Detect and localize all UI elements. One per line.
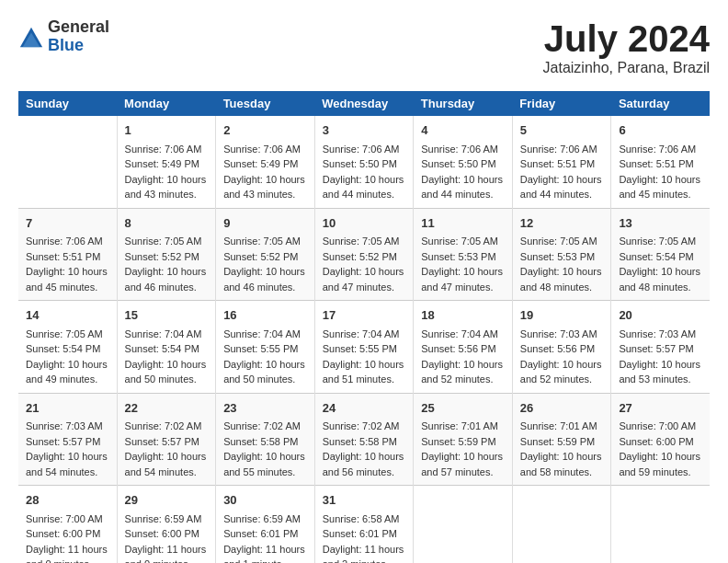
day-info: Sunrise: 7:06 AM: [223, 142, 307, 157]
day-info: Sunrise: 7:01 AM: [520, 419, 604, 434]
day-number: 23: [223, 399, 307, 418]
calendar-cell: 26Sunrise: 7:01 AMSunset: 5:59 PMDayligh…: [512, 393, 611, 486]
day-number: 18: [421, 306, 505, 325]
day-info: Daylight: 10 hours: [223, 357, 307, 373]
day-info: Sunset: 5:58 PM: [323, 434, 406, 450]
day-info: Daylight: 11 hours: [223, 542, 307, 557]
day-info: Daylight: 10 hours: [520, 172, 604, 188]
day-info: Sunrise: 7:06 AM: [26, 234, 109, 249]
day-info: and 44 minutes.: [323, 187, 406, 202]
day-info: and 1 minute.: [223, 557, 307, 563]
day-info: Sunset: 5:56 PM: [520, 341, 604, 357]
day-info: Daylight: 10 hours: [619, 264, 702, 280]
day-info: Sunrise: 7:02 AM: [223, 419, 307, 434]
day-info: Sunrise: 6:59 AM: [223, 511, 307, 527]
day-info: Sunrise: 6:58 AM: [323, 511, 406, 527]
calendar-header-row: SundayMondayTuesdayWednesdayThursdayFrid…: [18, 91, 710, 116]
calendar-cell: 22Sunrise: 7:02 AMSunset: 5:57 PMDayligh…: [117, 393, 216, 486]
calendar-cell: 31Sunrise: 6:58 AMSunset: 6:01 PMDayligh…: [314, 486, 414, 564]
day-info: and 58 minutes.: [520, 465, 604, 480]
day-info: Sunrise: 7:00 AM: [26, 511, 109, 527]
day-info: Sunset: 6:00 PM: [125, 526, 209, 542]
day-info: Sunset: 5:51 PM: [619, 156, 702, 172]
day-info: and 57 minutes.: [421, 465, 505, 480]
day-info: Daylight: 10 hours: [520, 449, 604, 465]
calendar-cell: [512, 486, 611, 564]
day-info: and 56 minutes.: [323, 465, 406, 480]
day-info: Daylight: 10 hours: [125, 357, 209, 373]
day-info: Daylight: 10 hours: [520, 264, 604, 280]
day-number: 4: [421, 121, 505, 140]
day-info: Sunrise: 7:05 AM: [619, 234, 702, 249]
day-info: Daylight: 10 hours: [323, 172, 406, 188]
day-info: Sunset: 5:49 PM: [223, 156, 307, 172]
day-info: Sunrise: 7:06 AM: [619, 142, 702, 157]
calendar-cell: 2Sunrise: 7:06 AMSunset: 5:49 PMDaylight…: [216, 116, 315, 208]
page-header: General Blue July 2024 Jataizinho, Paran…: [18, 18, 710, 76]
day-number: 3: [323, 121, 406, 140]
calendar-cell: 16Sunrise: 7:04 AMSunset: 5:55 PMDayligh…: [216, 301, 315, 394]
calendar-cell: 1Sunrise: 7:06 AMSunset: 5:49 PMDaylight…: [117, 116, 216, 208]
day-info: Daylight: 10 hours: [421, 172, 505, 188]
calendar-cell: 3Sunrise: 7:06 AMSunset: 5:50 PMDaylight…: [314, 116, 414, 208]
day-info: Sunset: 5:51 PM: [26, 249, 109, 265]
day-info: Daylight: 10 hours: [26, 449, 109, 465]
day-info: Sunset: 6:01 PM: [223, 526, 307, 542]
day-number: 7: [26, 214, 109, 233]
calendar-cell: 14Sunrise: 7:05 AMSunset: 5:54 PMDayligh…: [18, 301, 117, 394]
day-info: Daylight: 10 hours: [421, 449, 505, 465]
day-info: Daylight: 10 hours: [125, 449, 209, 465]
day-info: Sunrise: 6:59 AM: [125, 511, 209, 527]
day-info: Sunrise: 7:02 AM: [125, 419, 209, 434]
day-info: Sunrise: 7:00 AM: [619, 419, 702, 434]
day-info: Sunrise: 7:05 AM: [520, 234, 604, 249]
day-info: Sunrise: 7:05 AM: [125, 234, 209, 249]
day-info: and 52 minutes.: [520, 372, 604, 387]
day-number: 22: [125, 399, 209, 418]
calendar-week-row: 28Sunrise: 7:00 AMSunset: 6:00 PMDayligh…: [18, 486, 710, 564]
calendar-week-row: 7Sunrise: 7:06 AMSunset: 5:51 PMDaylight…: [18, 208, 710, 301]
day-number: 26: [520, 399, 604, 418]
day-number: 20: [619, 306, 702, 325]
day-info: and 55 minutes.: [223, 465, 307, 480]
day-number: 16: [223, 306, 307, 325]
logo-general: General: [48, 18, 109, 37]
calendar-week-row: 21Sunrise: 7:03 AMSunset: 5:57 PMDayligh…: [18, 393, 710, 486]
day-info: Sunrise: 7:06 AM: [520, 142, 604, 157]
day-info: and 52 minutes.: [421, 372, 505, 387]
day-info: and 54 minutes.: [26, 465, 109, 480]
calendar-cell: 30Sunrise: 6:59 AMSunset: 6:01 PMDayligh…: [216, 486, 315, 564]
day-info: Sunset: 5:55 PM: [223, 341, 307, 357]
day-info: and 45 minutes.: [26, 280, 109, 295]
day-info: Sunset: 5:54 PM: [125, 341, 209, 357]
day-info: and 48 minutes.: [619, 280, 702, 295]
day-info: Daylight: 10 hours: [323, 357, 406, 373]
day-info: Sunset: 5:50 PM: [323, 156, 406, 172]
day-info: Sunrise: 7:04 AM: [323, 327, 406, 342]
day-info: Daylight: 10 hours: [619, 357, 702, 373]
calendar-cell: 5Sunrise: 7:06 AMSunset: 5:51 PMDaylight…: [512, 116, 611, 208]
location-subtitle: Jataizinho, Parana, Brazil: [543, 60, 710, 76]
day-number: 10: [323, 214, 406, 233]
calendar-cell: 11Sunrise: 7:05 AMSunset: 5:53 PMDayligh…: [414, 208, 513, 301]
day-number: 11: [421, 214, 505, 233]
day-info: and 44 minutes.: [520, 187, 604, 202]
calendar-cell: 27Sunrise: 7:00 AMSunset: 6:00 PMDayligh…: [611, 393, 710, 486]
day-info: Daylight: 10 hours: [520, 357, 604, 373]
day-info: and 50 minutes.: [223, 372, 307, 387]
day-info: Sunset: 5:50 PM: [421, 156, 505, 172]
day-number: 21: [26, 399, 109, 418]
day-info: Daylight: 10 hours: [26, 264, 109, 280]
day-info: Sunrise: 7:04 AM: [421, 327, 505, 342]
calendar-cell: 8Sunrise: 7:05 AMSunset: 5:52 PMDaylight…: [117, 208, 216, 301]
day-number: 24: [323, 399, 406, 418]
day-info: and 50 minutes.: [125, 372, 209, 387]
day-number: 13: [619, 214, 702, 233]
day-info: Daylight: 10 hours: [323, 449, 406, 465]
day-number: 27: [619, 399, 702, 418]
day-info: and 0 minutes.: [125, 557, 209, 563]
day-number: 1: [125, 121, 209, 140]
day-info: Daylight: 10 hours: [619, 449, 702, 465]
calendar-cell: 9Sunrise: 7:05 AMSunset: 5:52 PMDaylight…: [216, 208, 315, 301]
day-number: 8: [125, 214, 209, 233]
